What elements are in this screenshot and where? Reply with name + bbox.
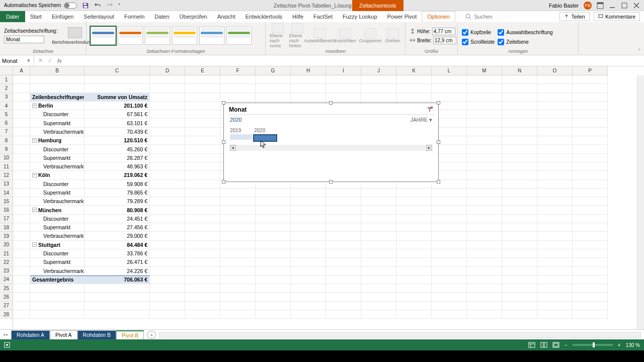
cell[interactable] [573,110,608,119]
timeline-style[interactable] [91,27,116,45]
cell[interactable] [256,293,291,301]
cell[interactable] [432,310,467,319]
cell[interactable] [220,258,256,266]
cell[interactable] [291,276,326,284]
cell[interactable] [150,223,185,232]
row-header[interactable]: 22 [0,258,13,266]
cell[interactable] [361,223,396,232]
cell[interactable] [537,128,573,136]
cell[interactable] [13,241,30,249]
tab-ansicht[interactable]: Ansicht [212,11,240,22]
cell[interactable] [13,189,30,197]
row-header[interactable]: 5 [0,110,13,119]
cell[interactable] [573,258,608,266]
cell[interactable]: Gesamtergebnis [30,276,85,284]
cell[interactable] [502,258,537,266]
cell[interactable] [185,310,220,319]
cell[interactable] [361,206,396,214]
cell[interactable] [150,249,185,258]
cell[interactable]: 84.484 € [85,241,150,249]
cell[interactable] [502,102,537,110]
column-header[interactable]: L [432,66,467,75]
cell[interactable] [291,241,326,249]
cell[interactable] [150,93,185,102]
horizontal-scrollbar[interactable] [159,332,641,338]
cell[interactable] [150,232,185,240]
width-input[interactable] [433,37,456,44]
name-box-dropdown-icon[interactable]: ▾ [25,57,32,64]
sheet-tab[interactable]: Pivot B [116,330,144,339]
cell[interactable] [256,302,291,310]
cell[interactable] [13,119,30,127]
cell[interactable]: −Stuttgart [30,241,85,249]
row-header[interactable]: 20 [0,241,13,249]
cell[interactable] [573,136,608,145]
row-header[interactable]: 2 [0,84,13,93]
cell[interactable] [150,154,185,162]
cell[interactable] [185,197,220,206]
cell[interactable] [291,84,326,93]
cell[interactable] [573,249,608,258]
cell[interactable] [185,180,220,189]
cell[interactable] [432,302,467,310]
collapse-icon[interactable]: − [32,208,37,212]
zoom-slider[interactable] [573,344,613,346]
cell[interactable] [573,189,608,197]
cell[interactable] [573,267,608,276]
tab-überprüfen[interactable]: Überprüfen [175,11,212,22]
sheet-nav-prev-icon[interactable]: ◂ [3,332,5,337]
collapse-icon[interactable]: − [32,242,37,247]
report-connections-button[interactable]: Berichtsverbindungen [60,27,90,45]
cell[interactable] [573,293,608,301]
cell[interactable] [185,249,220,258]
arrange-button[interactable]: Ebene nach hinten [289,23,305,48]
cell[interactable] [220,241,256,249]
cell[interactable]: Discounter [30,110,85,119]
cell[interactable] [150,171,185,179]
cell[interactable] [467,119,502,127]
cell[interactable] [432,93,467,102]
cell[interactable]: 79.865 € [85,189,150,197]
tab-entwicklertools[interactable]: Entwicklertools [240,11,287,22]
show-checkbox[interactable]: Auswahlbeschriftung [498,29,552,36]
autosave-toggle[interactable] [64,3,77,9]
zoom-level[interactable]: 130 % [626,342,640,348]
cell[interactable] [291,302,326,310]
cell[interactable]: 24.226 € [85,267,150,276]
cell[interactable] [467,258,502,266]
cell[interactable] [432,206,467,214]
cell[interactable] [185,128,220,136]
cell[interactable] [150,180,185,189]
qat-dropdown-icon[interactable]: ▾ [118,2,120,9]
row-header[interactable]: 9 [0,145,13,153]
arrange-button[interactable]: Drehen [385,28,401,43]
cell[interactable] [326,293,361,301]
cell[interactable] [150,75,185,84]
cell[interactable] [537,206,573,214]
timeline-style[interactable] [145,27,170,45]
cell[interactable] [502,197,537,206]
row-header[interactable]: 18 [0,223,13,232]
close-icon[interactable] [633,2,640,9]
cell[interactable] [502,223,537,232]
cell[interactable] [13,162,30,171]
cell[interactable] [291,197,326,206]
cell[interactable] [537,162,573,171]
formula-input[interactable] [67,58,136,64]
cell[interactable] [150,258,185,266]
cell[interactable] [150,310,185,319]
tab-factset[interactable]: FactSet [308,11,338,22]
cell[interactable] [326,189,361,197]
cell[interactable] [185,102,220,110]
cell[interactable] [256,206,291,214]
cell[interactable] [13,258,30,266]
column-header[interactable]: I [326,66,361,75]
cell[interactable] [361,197,396,206]
cell[interactable] [220,189,256,197]
cell[interactable] [396,75,432,84]
cell[interactable] [396,197,432,206]
cell[interactable] [326,284,361,293]
cell[interactable]: 59.908 € [85,180,150,189]
cell[interactable] [30,84,85,93]
cell[interactable] [502,232,537,240]
